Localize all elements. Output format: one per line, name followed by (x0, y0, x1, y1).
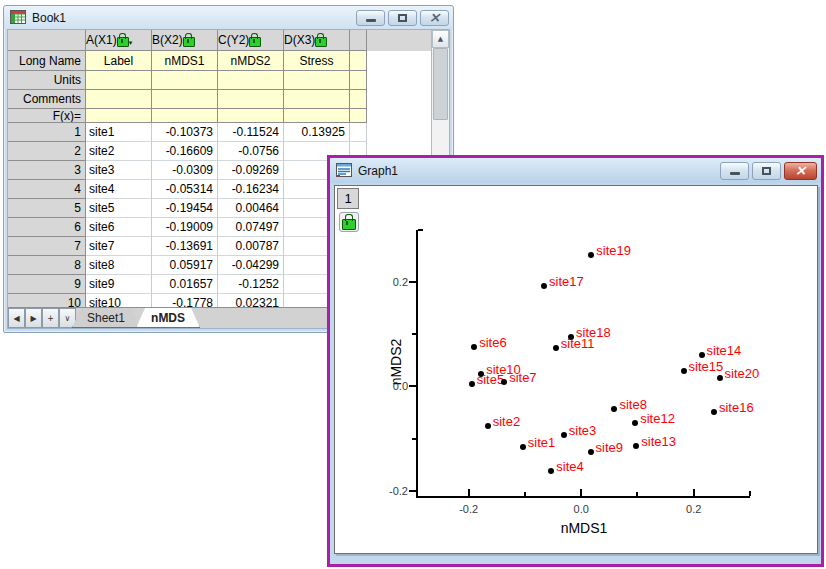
header-value-cell[interactable] (350, 109, 367, 123)
row-label-cell[interactable]: F(x)= (8, 109, 86, 123)
header-value-cell[interactable] (86, 109, 152, 123)
row-number-cell[interactable]: 5 (8, 199, 86, 218)
data-cell[interactable]: -0.0309 (152, 161, 218, 180)
corner-cell[interactable] (8, 30, 86, 51)
data-cell[interactable]: 0.00787 (218, 237, 284, 256)
data-cell[interactable] (350, 123, 367, 142)
row-label-cell[interactable]: Units (8, 71, 86, 90)
add-sheet-button[interactable]: + (42, 308, 59, 328)
data-cell[interactable]: 0.07497 (218, 218, 284, 237)
row-number-cell[interactable]: 10 (8, 294, 86, 307)
header-value-cell[interactable] (218, 90, 284, 109)
graph1-close-button[interactable]: × (784, 162, 817, 180)
header-value-cell[interactable]: Stress (284, 51, 350, 71)
header-value-cell[interactable] (86, 90, 152, 109)
header-value-cell[interactable] (152, 90, 218, 109)
data-point[interactable] (717, 375, 723, 381)
header-value-cell[interactable] (218, 109, 284, 123)
data-cell[interactable]: -0.16609 (152, 142, 218, 161)
data-cell[interactable]: site2 (86, 142, 152, 161)
data-point[interactable] (520, 444, 526, 450)
data-point[interactable] (501, 379, 507, 385)
data-cell[interactable]: site4 (86, 180, 152, 199)
data-point[interactable] (548, 468, 554, 474)
graph1-restore-button[interactable] (752, 162, 781, 180)
data-cell[interactable]: -0.1252 (218, 275, 284, 294)
graph1-titlebar[interactable]: Graph1 × (330, 158, 821, 183)
header-value-cell[interactable]: nMDS2 (218, 51, 284, 71)
data-point[interactable] (553, 345, 559, 351)
header-value-cell[interactable] (152, 109, 218, 123)
data-point[interactable] (541, 283, 547, 289)
data-cell[interactable]: site3 (86, 161, 152, 180)
header-value-cell[interactable] (284, 71, 350, 90)
header-value-cell[interactable] (86, 71, 152, 90)
header-value-cell[interactable] (284, 90, 350, 109)
data-point[interactable] (561, 432, 567, 438)
graph1-minimize-button[interactable] (720, 162, 749, 180)
row-label-cell[interactable]: Comments (8, 90, 86, 109)
data-point[interactable] (611, 406, 617, 412)
row-number-cell[interactable]: 6 (8, 218, 86, 237)
book1-restore-button[interactable] (388, 10, 417, 26)
header-value-cell[interactable] (152, 71, 218, 90)
tab-scroll-right-button[interactable]: ▶ (25, 308, 42, 328)
data-cell[interactable]: -0.10373 (152, 123, 218, 142)
data-point[interactable] (485, 423, 491, 429)
data-cell[interactable]: 0.00464 (218, 199, 284, 218)
data-cell[interactable]: site7 (86, 237, 152, 256)
data-point[interactable] (588, 252, 594, 258)
data-cell[interactable]: site10 (86, 294, 152, 307)
book1-minimize-button[interactable] (356, 10, 385, 26)
row-number-cell[interactable]: 4 (8, 180, 86, 199)
header-value-cell[interactable] (350, 90, 367, 109)
data-cell[interactable]: site9 (86, 275, 152, 294)
data-point[interactable] (681, 368, 687, 374)
data-cell[interactable]: 0.13925 (284, 123, 350, 142)
data-cell[interactable]: site1 (86, 123, 152, 142)
lock-icon[interactable] (339, 212, 359, 232)
data-cell[interactable]: -0.19454 (152, 199, 218, 218)
row-number-cell[interactable]: 3 (8, 161, 86, 180)
header-value-cell[interactable]: nMDS1 (152, 51, 218, 71)
row-label-cell[interactable]: Long Name (8, 51, 86, 71)
header-value-cell[interactable] (218, 71, 284, 90)
data-point[interactable] (588, 449, 594, 455)
data-cell[interactable]: site5 (86, 199, 152, 218)
scroll-up-button[interactable]: ▲ (432, 30, 449, 48)
data-cell[interactable]: -0.11524 (218, 123, 284, 142)
header-value-cell[interactable] (350, 71, 367, 90)
sheet-tab-sheet1[interactable]: Sheet1 (72, 308, 140, 328)
column-header-A(X1)[interactable]: A(X1)▾ (86, 30, 152, 51)
header-value-cell[interactable] (284, 109, 350, 123)
data-point[interactable] (568, 334, 574, 340)
data-cell[interactable]: 0.02321 (218, 294, 284, 307)
data-point[interactable] (478, 371, 484, 377)
data-cell[interactable]: -0.13691 (152, 237, 218, 256)
data-point[interactable] (699, 352, 705, 358)
header-value-cell[interactable] (350, 51, 367, 71)
scroll-thumb[interactable] (433, 48, 448, 120)
row-number-cell[interactable]: 8 (8, 256, 86, 275)
data-point[interactable] (633, 443, 639, 449)
data-cell[interactable]: -0.19009 (152, 218, 218, 237)
data-point[interactable] (632, 420, 638, 426)
data-cell[interactable]: 0.01657 (152, 275, 218, 294)
column-header-D(X3)[interactable]: D(X3) (284, 30, 350, 51)
data-cell[interactable]: site6 (86, 218, 152, 237)
data-cell[interactable]: -0.0756 (218, 142, 284, 161)
row-number-cell[interactable]: 7 (8, 237, 86, 256)
book1-titlebar[interactable]: Book1 × (4, 6, 453, 29)
sheet-tab-nmds[interactable]: nMDS (136, 308, 200, 328)
data-cell[interactable]: -0.04299 (218, 256, 284, 275)
data-point[interactable] (469, 381, 475, 387)
data-cell[interactable]: site8 (86, 256, 152, 275)
data-cell[interactable]: -0.16234 (218, 180, 284, 199)
book1-close-button[interactable]: × (420, 10, 449, 26)
data-cell[interactable]: -0.05314 (152, 180, 218, 199)
row-number-cell[interactable]: 1 (8, 123, 86, 142)
column-header-B(X2)[interactable]: B(X2) (152, 30, 218, 51)
row-number-cell[interactable]: 9 (8, 275, 86, 294)
header-value-cell[interactable]: Label (86, 51, 152, 71)
tab-scroll-left-button[interactable]: ◀ (8, 308, 25, 328)
